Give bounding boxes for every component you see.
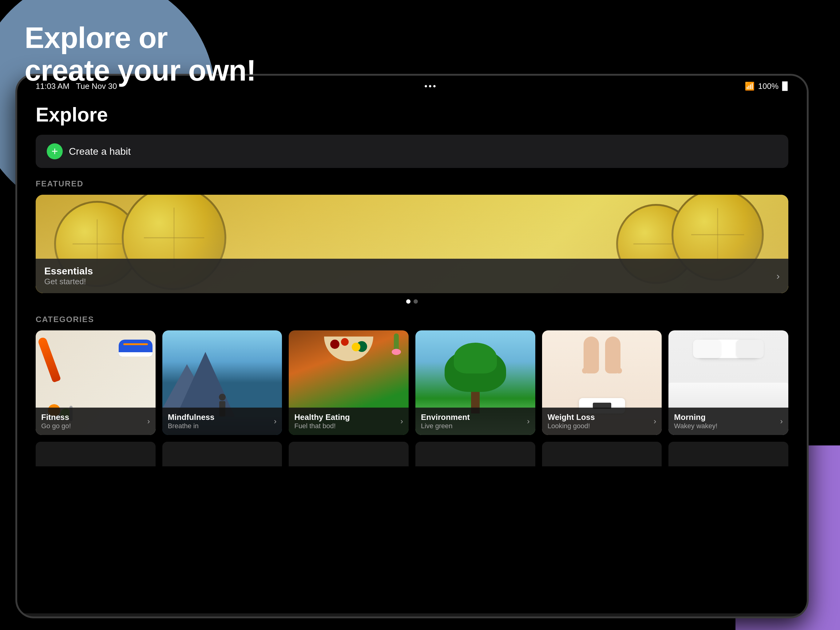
fitness-name: Fitness xyxy=(41,413,71,422)
flowers xyxy=(387,334,406,358)
create-habit-button[interactable]: + Create a habit xyxy=(36,135,788,168)
category-info-environment: Environment Live green › xyxy=(415,408,535,435)
morning-name: Morning xyxy=(674,413,717,422)
status-dots: ••• xyxy=(424,81,437,91)
category-info-morning: Morning Wakey wakey! › xyxy=(668,408,788,435)
morning-chevron-icon: › xyxy=(780,416,783,426)
headline: Explore or create your own! xyxy=(25,22,256,86)
eating-sub: Fuel that bod! xyxy=(294,422,350,430)
bottom-card-2 xyxy=(163,442,282,466)
category-info-fitness: Fitness Go go go! › xyxy=(36,408,156,435)
bottom-card-6 xyxy=(668,442,788,466)
carousel-dots xyxy=(36,299,788,304)
fitness-text: Fitness Go go go! xyxy=(41,413,71,430)
battery-icon: ▉ xyxy=(782,82,788,91)
mindfulness-sub: Breathe in xyxy=(168,422,215,430)
bottom-card-5 xyxy=(542,442,662,466)
weight-text: Weight Loss Looking good! xyxy=(548,413,595,430)
status-right: 📶 100% ▉ xyxy=(745,82,789,91)
featured-text: Essentials Get started! xyxy=(44,266,93,287)
headline-line1: Explore or xyxy=(25,22,256,54)
eating-text: Healthy Eating Fuel that bod! xyxy=(294,413,350,430)
featured-chevron-icon: › xyxy=(776,271,780,282)
bottom-card-1 xyxy=(36,442,156,466)
eating-name: Healthy Eating xyxy=(294,413,350,422)
weight-sub: Looking good! xyxy=(548,422,595,430)
categories-section-title: CATEGORIES xyxy=(36,315,788,324)
plus-icon: + xyxy=(47,143,63,159)
environment-text: Environment Live green xyxy=(421,413,470,430)
environment-sub: Live green xyxy=(421,422,470,430)
mindfulness-name: Mindfulness xyxy=(168,413,215,422)
eating-chevron-icon: › xyxy=(400,416,403,426)
bowl-shape xyxy=(324,337,373,361)
dot-1 xyxy=(406,299,411,304)
app-content: Explore + Create a habit FEATURED xyxy=(17,94,807,613)
environment-chevron-icon: › xyxy=(527,416,530,426)
categories-grid: Fitness Go go go! › xyxy=(36,330,788,435)
featured-subtitle: Get started! xyxy=(44,277,93,287)
morning-sub: Wakey wakey! xyxy=(674,422,717,430)
pillow-2 xyxy=(693,340,721,358)
category-card-mindfulness[interactable]: Mindfulness Breathe in › xyxy=(163,330,282,435)
category-card-morning[interactable]: Morning Wakey wakey! › xyxy=(668,330,788,435)
shoe-shape xyxy=(119,340,153,359)
pillow-3 xyxy=(736,340,764,358)
fitness-chevron-icon: › xyxy=(147,416,150,426)
category-card-eating[interactable]: Healthy Eating Fuel that bod! › xyxy=(289,330,409,435)
tablet-frame: 11:03 AM Tue Nov 30 ••• 📶 100% ▉ Explore… xyxy=(15,74,808,618)
category-info-eating: Healthy Eating Fuel that bod! › xyxy=(289,408,409,435)
weight-chevron-icon: › xyxy=(654,416,657,426)
dot-2 xyxy=(414,299,418,304)
featured-info: Essentials Get started! › xyxy=(36,259,788,293)
feet-visual xyxy=(584,337,621,374)
category-card-environment[interactable]: Environment Live green › xyxy=(415,330,535,435)
category-card-weight[interactable]: Weight Loss Looking good! › xyxy=(542,330,662,435)
create-habit-label: Create a habit xyxy=(69,146,131,157)
featured-name: Essentials xyxy=(44,266,93,277)
headline-line2: create your own! xyxy=(25,54,256,87)
fitness-sub: Go go go! xyxy=(41,422,71,430)
environment-name: Environment xyxy=(421,413,470,422)
category-card-fitness[interactable]: Fitness Go go go! › xyxy=(36,330,156,435)
tree-mid xyxy=(454,343,497,374)
featured-section-title: FEATURED xyxy=(36,179,788,188)
battery-percent: 100% xyxy=(758,82,779,91)
mindfulness-text: Mindfulness Breathe in xyxy=(168,413,215,430)
wifi-icon: 📶 xyxy=(745,82,755,91)
morning-text: Morning Wakey wakey! xyxy=(674,413,717,430)
category-info-weight: Weight Loss Looking good! › xyxy=(542,408,662,435)
weight-name: Weight Loss xyxy=(548,413,595,422)
bat-shape xyxy=(37,337,61,383)
bottom-row xyxy=(36,442,788,466)
page-title: Explore xyxy=(36,103,788,126)
bottom-card-3 xyxy=(289,442,409,466)
bottom-card-4 xyxy=(415,442,535,466)
mindfulness-chevron-icon: › xyxy=(274,416,277,426)
featured-card[interactable]: Essentials Get started! › xyxy=(36,195,788,293)
person-head xyxy=(219,394,226,400)
category-info-mindfulness: Mindfulness Breathe in › xyxy=(163,408,282,435)
